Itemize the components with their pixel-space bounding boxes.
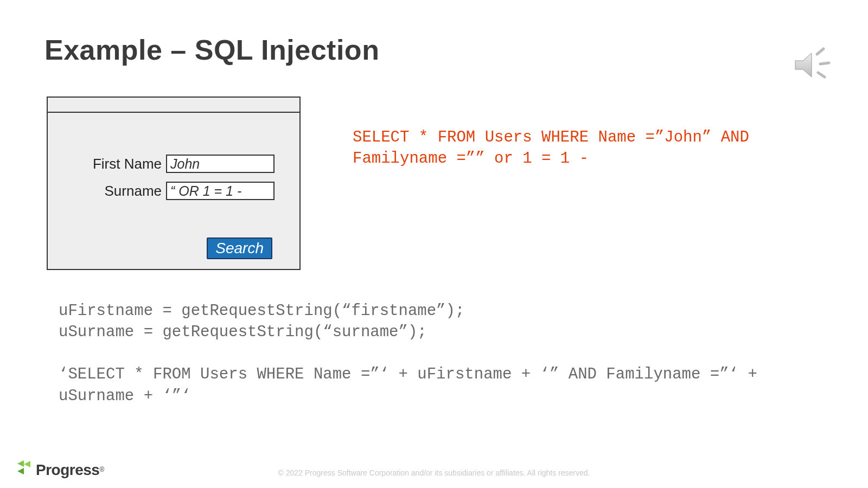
copyright-footer: © 2022 Progress Software Corporation and… xyxy=(0,468,868,477)
code-block: uFirstname = getRequestString(“firstname… xyxy=(59,300,807,407)
search-form-panel: First Name Surname Search xyxy=(47,97,301,270)
svg-line-0 xyxy=(817,49,824,54)
first-name-label: First Name xyxy=(48,156,166,172)
surname-input[interactable] xyxy=(166,182,275,200)
first-name-row: First Name xyxy=(48,152,299,176)
svg-line-2 xyxy=(818,73,825,77)
slide-title: Example – SQL Injection xyxy=(44,34,379,66)
svg-line-1 xyxy=(820,63,829,64)
audio-icon xyxy=(790,42,835,90)
slide: Example – SQL Injection First Name Surna… xyxy=(0,0,868,488)
search-button-row: Search xyxy=(48,237,299,259)
resulting-query: SELECT * FROM Users WHERE Name =”John” A… xyxy=(353,127,825,169)
panel-titlebar xyxy=(48,98,299,113)
first-name-input[interactable] xyxy=(166,155,275,173)
surname-label: Surname xyxy=(48,183,166,200)
surname-row: Surname xyxy=(48,179,299,203)
search-button[interactable]: Search xyxy=(207,237,272,259)
form-body: First Name Surname xyxy=(48,113,299,203)
